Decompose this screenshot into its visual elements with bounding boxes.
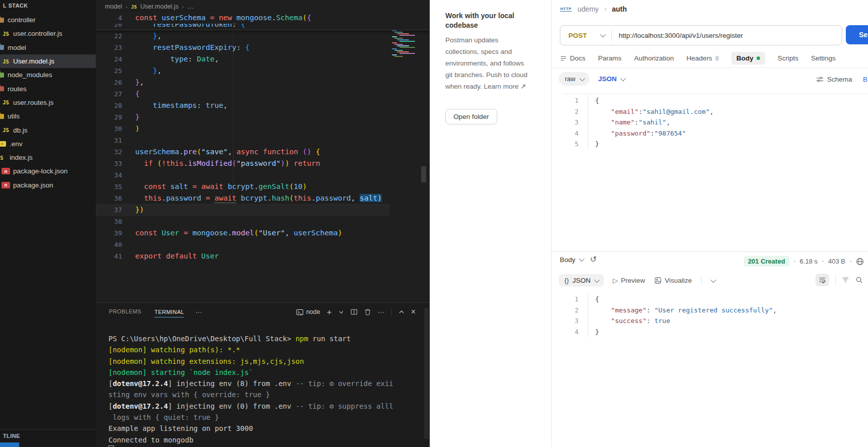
response-body-viewer[interactable]: 1{2 "message": "User registered successf… [551, 294, 868, 337]
wrap-text-icon[interactable] [816, 274, 829, 286]
code-line: 35 const salt = await bcrypt.genSalt(10) [96, 181, 389, 193]
tab-body[interactable]: Body [731, 52, 765, 65]
terminal-panel: PROBLEMS TERMINAL ⋯ node + [96, 302, 430, 447]
braces-icon: {} [564, 277, 569, 284]
schema-button[interactable]: Schema [816, 76, 852, 83]
response-history-icon[interactable]: ↺ [590, 256, 597, 264]
close-panel-icon[interactable]: × [411, 307, 416, 316]
tab-headers[interactable]: Headers8 [686, 54, 719, 62]
shell-selector[interactable]: node [296, 308, 320, 316]
file-label: routes [8, 85, 27, 93]
code-line: 24 type: Date, [96, 53, 389, 65]
schema-label: Schema [827, 76, 852, 83]
sidebar-item-package-json[interactable]: npackage.json [0, 178, 96, 192]
minimap-line [392, 42, 397, 43]
tab-settings[interactable]: Settings [811, 54, 836, 62]
minimap-line [392, 48, 397, 49]
terminal-scrollbar[interactable] [424, 308, 429, 439]
panel-title: Work with your local codebase [445, 11, 529, 30]
url-input[interactable]: http://localhost:3000/api/v1/users/regis… [619, 32, 743, 39]
collection-name[interactable]: udemy [577, 5, 599, 13]
new-terminal-button[interactable]: + [327, 308, 332, 316]
split-terminal-icon[interactable] [351, 308, 358, 315]
response-time[interactable]: 6.18 s [800, 258, 818, 265]
npm-file-icon: n [2, 168, 10, 174]
open-folder-button[interactable]: Open folder [445, 109, 497, 124]
divider [611, 29, 612, 41]
terminal-more-icon[interactable]: ⋯ [378, 308, 385, 316]
status-badge[interactable]: 201 Created [744, 256, 789, 267]
body-mode-selector[interactable]: raw [559, 72, 590, 86]
sidebar-item-node-modules[interactable]: node_modules [0, 68, 96, 82]
shell-label: node [306, 308, 320, 315]
breadcrumb-file[interactable]: User.model.js [140, 3, 179, 10]
network-globe-icon[interactable] [856, 258, 864, 266]
response-view-label: Body [560, 256, 575, 264]
method-selector[interactable]: POST [560, 32, 611, 39]
file-label: node_modules [8, 71, 52, 79]
response-view-selector[interactable]: Body [560, 256, 583, 264]
filter-icon[interactable] [842, 276, 849, 284]
tab-label: Scripts [778, 54, 798, 62]
sidebar-item--env[interactable]: ≡.env [0, 137, 96, 151]
code-editor[interactable]: model › JS User.model.js › … 4const user… [96, 0, 430, 302]
kill-terminal-icon[interactable] [364, 308, 371, 315]
request-body-editor[interactable]: 1{2 "email":"sahil@gmail.com",3 "name":"… [551, 95, 868, 150]
beautify-link-clipped[interactable]: B [863, 76, 867, 83]
tab-problems[interactable]: PROBLEMS [109, 308, 141, 315]
method-chevron-icon [600, 32, 606, 37]
maximize-panel-icon[interactable] [398, 309, 404, 315]
tab-label: Authorization [634, 54, 674, 62]
terminal-output[interactable]: PS C:\Users\hp\OneDrive\Desktop\Full Sta… [108, 333, 423, 445]
line-number: 30 [96, 123, 122, 135]
vscode-window: L STACK controllerJSuser.controller.jsmo… [0, 0, 430, 447]
code-line: 3 "name":"sahil", [551, 117, 868, 128]
outline-section-header[interactable]: TLINE [0, 429, 96, 439]
line-number: 2 [551, 305, 578, 316]
line-number: 34 [96, 169, 122, 181]
panel-more-icon[interactable]: ⋯ [195, 308, 202, 316]
tab-authorization[interactable]: Authorization [634, 54, 674, 62]
search-icon[interactable] [855, 276, 863, 284]
preview-button[interactable]: ▷ Preview [613, 277, 645, 284]
tab-terminal[interactable]: TERMINAL [154, 309, 184, 317]
chevron-down-icon[interactable] [338, 309, 344, 315]
visualize-button[interactable]: Visualize [654, 277, 692, 284]
send-button[interactable]: Send [846, 25, 868, 44]
response-header: Body ↺ [560, 256, 597, 264]
tab-docs[interactable]: Docs [560, 54, 586, 62]
explorer-section-header[interactable]: L STACK [3, 3, 28, 9]
code-lines[interactable]: 22 },23 resetPasswordExpiry: {24 type: D… [96, 30, 389, 262]
chevron-down-icon[interactable] [711, 277, 716, 282]
breadcrumb-separator-icon: › [182, 4, 184, 10]
line-number: 2 [551, 106, 578, 117]
response-size[interactable]: 403 B [828, 258, 845, 265]
code-line: 41export default User [96, 250, 389, 262]
sidebar-item-user-controller-js[interactable]: JSuser.controller.js [0, 27, 96, 40]
remote-indicator[interactable] [0, 442, 19, 447]
tab-label: Body [736, 54, 754, 62]
sidebar-item-package-lock-json[interactable]: npackage-lock.json [0, 164, 96, 178]
breadcrumb-symbol[interactable]: … [188, 3, 194, 10]
sidebar-item-controller[interactable]: controller [0, 13, 96, 27]
tab-params[interactable]: Params [598, 54, 622, 62]
tab-label: Docs [570, 54, 586, 62]
sidebar-item-db-js[interactable]: JSdb.js [0, 123, 96, 137]
sidebar-item-user-routes-js[interactable]: JSuser.routes.js [0, 96, 96, 109]
request-name[interactable]: auth [612, 5, 627, 13]
response-format-selector[interactable]: {} JSON [559, 274, 604, 287]
breadcrumb[interactable]: model › JS User.model.js › … [105, 2, 194, 12]
sidebar-item-utils[interactable]: utils [0, 109, 96, 123]
body-language-selector[interactable]: JSON [598, 75, 624, 83]
sidebar-item-index-js[interactable]: Sindex.js [0, 151, 96, 164]
code-line: 2 "email":"sahil@gmail.com", [551, 106, 868, 117]
sidebar-item-routes[interactable]: routes [0, 82, 96, 95]
line-number: 40 [96, 239, 122, 250]
terminal-line: Example app listening on port 3000 [108, 423, 423, 434]
breadcrumb-folder[interactable]: model [105, 3, 122, 10]
sidebar-item-model[interactable]: model [0, 41, 96, 54]
code-line: 4} [551, 327, 868, 338]
sidebar-item-user-model-js[interactable]: JSUser.model.js [0, 54, 96, 68]
tab-scripts[interactable]: Scripts [778, 54, 798, 62]
editor-scrollbar[interactable] [421, 166, 426, 182]
